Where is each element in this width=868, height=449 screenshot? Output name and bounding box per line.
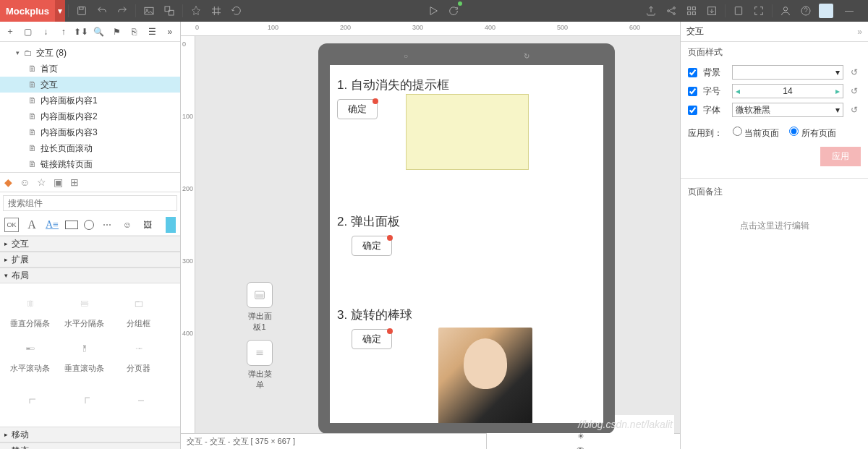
fullscreen-icon[interactable]	[749, 0, 769, 22]
reset-icon[interactable]: ↺	[848, 86, 861, 96]
notes-editor[interactable]: 点击这里进行编辑	[688, 220, 861, 232]
play-icon[interactable]	[423, 0, 443, 22]
collapse-icon[interactable]: »	[857, 27, 862, 37]
link-icon[interactable]: ⬆⬇	[74, 24, 89, 40]
confirm-button-3[interactable]: 确定	[352, 329, 392, 349]
radio-current[interactable]: 当前页面	[733, 127, 779, 140]
fontsize-checkbox[interactable]	[688, 87, 697, 96]
image-tool[interactable]: 🖼	[140, 218, 155, 232]
help-icon[interactable]	[796, 0, 816, 22]
tree-root[interactable]: ▾🗀交互 (8)	[0, 45, 180, 61]
copy-icon[interactable]: ⎘	[127, 24, 142, 40]
smile-tool[interactable]: ☺	[120, 218, 135, 232]
fontsize-field[interactable]: ◂14▸	[732, 84, 843, 98]
float-popup-panel[interactable]: 弹出面板1	[244, 282, 275, 333]
down-arrow-icon[interactable]: ↓	[38, 24, 54, 40]
tab-cube-icon[interactable]: ◆	[4, 176, 12, 188]
image-icon[interactable]	[139, 0, 159, 22]
folder-icon[interactable]: ▢	[21, 24, 36, 40]
apps-icon[interactable]	[681, 0, 702, 22]
user-icon[interactable]	[775, 0, 796, 22]
search-icon[interactable]: 🔍	[92, 24, 107, 40]
toolbar-center	[247, 0, 641, 22]
reset-icon[interactable]: ↺	[848, 67, 861, 77]
bg-color-field[interactable]: ▾	[732, 65, 843, 80]
tab-template-icon[interactable]: ⊞	[70, 176, 79, 188]
comp-hscroll[interactable]: 水平滚动条	[3, 333, 57, 377]
confirm-button-1[interactable]: 确定	[337, 99, 378, 119]
rotate-icon[interactable]	[226, 0, 247, 22]
ok-tool[interactable]: OK	[4, 218, 19, 232]
comp-vscroll[interactable]: 垂直滚动条	[57, 333, 111, 377]
minimize-icon[interactable]: —	[836, 0, 862, 22]
text-underline-tool[interactable]: A≡	[45, 218, 59, 232]
svg-point-29	[135, 348, 136, 348]
rect-tool[interactable]	[65, 221, 78, 229]
toast-box[interactable]	[406, 94, 529, 170]
tree-item[interactable]: 🗎拉长页面滚动	[0, 140, 180, 156]
flag-icon[interactable]: ⚑	[109, 24, 124, 40]
list-icon[interactable]: ☰	[145, 24, 160, 40]
apply-button[interactable]: 应用	[820, 147, 861, 166]
section-move[interactable]: ▸移动	[0, 427, 180, 442]
comp-hseparator[interactable]: 水平分隔条	[57, 288, 111, 333]
font-field[interactable]: 微软雅黑▾	[732, 103, 843, 117]
comp-more1[interactable]	[3, 377, 57, 422]
share-icon[interactable]	[661, 0, 681, 22]
dots-tool[interactable]: ⋯	[100, 218, 114, 232]
comp-more2[interactable]	[57, 377, 111, 422]
device-rotate-icon[interactable]: ↻	[524, 52, 529, 60]
tab-emoji-icon[interactable]: ☺	[20, 176, 30, 188]
svg-point-6	[668, 10, 670, 12]
circle-tool[interactable]	[84, 220, 94, 230]
radio-all[interactable]: 所有页面	[789, 127, 835, 140]
up-arrow-icon[interactable]: ↑	[56, 24, 72, 40]
tab-star-icon[interactable]: ☆	[37, 176, 46, 188]
more-icon[interactable]: »	[163, 24, 178, 40]
grid-icon[interactable]	[206, 0, 226, 22]
tree-item[interactable]: 🗎内容面板内容3	[0, 124, 180, 140]
export-icon[interactable]	[641, 0, 661, 22]
save-icon[interactable]	[72, 0, 92, 22]
font-checkbox[interactable]	[688, 106, 697, 115]
page-tree: ▾🗀交互 (8) 🗎首页 🗎交互 🗎内容面板内容1 🗎内容面板内容2 🗎内容面板…	[0, 42, 180, 172]
logo-dropdown-arrow[interactable]: ▾	[55, 0, 65, 22]
confirm-button-2[interactable]: 确定	[352, 236, 392, 256]
tree-item[interactable]: 🗎内容面板内容2	[0, 108, 180, 124]
bg-checkbox[interactable]	[688, 68, 697, 77]
redo-icon[interactable]	[112, 0, 132, 22]
group-icon[interactable]	[159, 0, 179, 22]
text-tool[interactable]: A	[25, 218, 39, 232]
component-tabs: ◆ ☺ ☆ ▣ ⊞	[0, 172, 180, 192]
app-logo[interactable]: Mockplus	[0, 0, 55, 22]
section-static[interactable]: ▸静态	[0, 442, 180, 449]
section-interaction[interactable]: ▸交互	[0, 236, 180, 252]
device-screen[interactable]: 1. 自动消失的提示框 确定 2. 弹出面板 确定 3. 旋转的棒球 确定	[330, 65, 603, 423]
tree-item[interactable]: 🗎链接跳转页面	[0, 156, 180, 172]
reset-icon[interactable]: ↺	[848, 105, 861, 115]
tree-item[interactable]: 🗎交互	[0, 77, 180, 93]
comp-more3[interactable]	[111, 377, 166, 422]
section-layout[interactable]: ▾布局	[0, 268, 180, 283]
pin-icon[interactable]	[186, 0, 206, 22]
tree-item[interactable]: 🗎内容面板内容1	[0, 93, 180, 108]
add-icon[interactable]: ＋	[3, 24, 18, 40]
refresh-icon[interactable]	[443, 0, 464, 22]
avatar-icon[interactable]	[819, 4, 833, 18]
canvas[interactable]: 弹出面板1 弹出菜单 ○↻ 1. 自动消失的提示框 确定 2. 弹出面板 确定 …	[195, 36, 680, 433]
comp-pager[interactable]: 分页器	[111, 333, 166, 377]
comp-vseparator[interactable]: 垂直分隔条	[3, 288, 57, 333]
search-input[interactable]	[3, 195, 177, 211]
comp-groupbox[interactable]: Box分组框	[111, 288, 166, 333]
person-image[interactable]	[438, 328, 532, 423]
device-icon[interactable]	[728, 0, 749, 22]
float-popup-menu[interactable]: 弹出菜单	[244, 340, 275, 390]
section-extension[interactable]: ▸扩展	[0, 252, 180, 268]
color-swatch[interactable]	[166, 217, 176, 233]
tab-layers-icon[interactable]: ▣	[54, 176, 63, 188]
upload-icon[interactable]	[702, 0, 722, 22]
undo-icon[interactable]	[92, 0, 112, 22]
tree-item[interactable]: 🗎首页	[0, 61, 180, 77]
device-camera-icon: ○	[404, 52, 408, 60]
visibility-icon[interactable]: 👁	[576, 445, 584, 449]
